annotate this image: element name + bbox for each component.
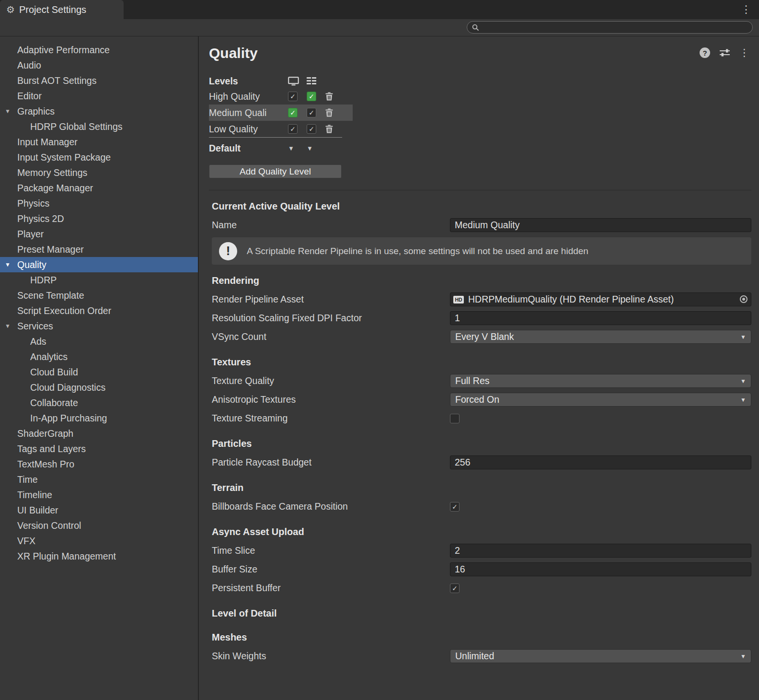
texture-quality-dropdown[interactable]: Full Res▼ bbox=[450, 374, 751, 388]
platform-checkbox[interactable]: ✓ bbox=[307, 124, 316, 134]
sidebar-item-player[interactable]: Player bbox=[0, 226, 198, 242]
sidebar-item-label: HDRP bbox=[30, 275, 57, 285]
platform-checkbox[interactable]: ✓ bbox=[288, 108, 298, 117]
persistent-buffer-label: Persistent Buffer bbox=[212, 583, 450, 594]
anisotropic-textures-label: Anisotropic Textures bbox=[212, 394, 450, 405]
sidebar-item-memory-settings[interactable]: Memory Settings bbox=[0, 165, 198, 180]
sidebar-item-version-control[interactable]: Version Control bbox=[0, 518, 198, 533]
sidebar-item-input-manager[interactable]: Input Manager bbox=[0, 134, 198, 150]
dropdown-value: Unlimited bbox=[455, 651, 494, 662]
sidebar-item-label: Audio bbox=[17, 60, 41, 70]
platform-checkbox[interactable]: ✓ bbox=[307, 108, 316, 117]
sidebar-item-ui-builder[interactable]: UI Builder bbox=[0, 502, 198, 518]
sidebar-item-adaptive-performance[interactable]: Adaptive Performance bbox=[0, 42, 198, 58]
delete-level-button[interactable] bbox=[325, 125, 333, 133]
sidebar-item-vfx[interactable]: VFX bbox=[0, 533, 198, 548]
sidebar-item-ads[interactable]: Ads bbox=[0, 334, 198, 349]
quality-level-name: Low Quality bbox=[209, 124, 288, 135]
add-quality-level-button[interactable]: Add Quality Level bbox=[209, 164, 342, 178]
default-dropdown-caret-icon[interactable]: ▼ bbox=[307, 145, 325, 152]
section-heading-terrain: Terrain bbox=[212, 479, 751, 496]
sidebar-item-graphics[interactable]: ▼Graphics bbox=[0, 104, 198, 119]
levels-header: Levels bbox=[209, 74, 751, 88]
foldout-arrow-icon[interactable]: ▼ bbox=[5, 318, 11, 334]
search-box[interactable] bbox=[467, 21, 753, 34]
foldout-arrow-icon[interactable]: ▼ bbox=[5, 104, 11, 119]
sidebar-item-xr-plugin-management[interactable]: XR Plugin Management bbox=[0, 548, 198, 564]
sidebar-item-package-manager[interactable]: Package Manager bbox=[0, 180, 198, 196]
name-field[interactable]: Medium Quality bbox=[450, 218, 751, 232]
quality-level-row-low-quality[interactable]: Low Quality✓✓ bbox=[209, 121, 353, 137]
persistent-buffer-checkbox[interactable]: ✓ bbox=[450, 583, 460, 593]
sidebar-item-services[interactable]: ▼Services bbox=[0, 318, 198, 334]
sidebar-item-tags-and-layers[interactable]: Tags and Layers bbox=[0, 441, 198, 456]
sidebar-item-shadergraph[interactable]: ShaderGraph bbox=[0, 426, 198, 441]
sidebar-item-in-app-purchasing[interactable]: In-App Purchasing bbox=[0, 410, 198, 426]
sidebar-item-analytics[interactable]: Analytics bbox=[0, 349, 198, 364]
info-box: !A Scriptable Render Pipeline is in use,… bbox=[212, 237, 751, 265]
buffer-size-field[interactable]: 16 bbox=[450, 562, 751, 576]
search-icon bbox=[472, 24, 479, 31]
sidebar-item-hdrp-global-settings[interactable]: HDRP Global Settings bbox=[0, 119, 198, 134]
sidebar-item-cloud-build[interactable]: Cloud Build bbox=[0, 364, 198, 380]
setting-row-texture-quality: Texture QualityFull Res▼ bbox=[212, 372, 751, 390]
sidebar-item-editor[interactable]: Editor bbox=[0, 88, 198, 104]
delete-level-button[interactable] bbox=[325, 108, 333, 117]
anisotropic-textures-dropdown[interactable]: Forced On▼ bbox=[450, 393, 751, 407]
sidebar-item-preset-manager[interactable]: Preset Manager bbox=[0, 242, 198, 257]
texture-streaming-checkbox[interactable] bbox=[450, 414, 460, 423]
sidebar-item-label: VFX bbox=[17, 536, 35, 546]
resolution-scaling-fixed-dpi-factor-field[interactable]: 1 bbox=[450, 311, 751, 325]
sidebar-item-label: HDRP Global Settings bbox=[30, 121, 123, 132]
sidebar-item-cloud-diagnostics[interactable]: Cloud Diagnostics bbox=[0, 380, 198, 395]
quality-level-name: Medium Quali bbox=[209, 107, 288, 118]
time-slice-field[interactable]: 2 bbox=[450, 544, 751, 558]
chevron-down-icon: ▼ bbox=[740, 334, 746, 340]
sidebar-item-label: ShaderGraph bbox=[17, 428, 73, 439]
search-input[interactable] bbox=[483, 23, 748, 32]
render-pipeline-asset-object-field[interactable]: HDHDRPMediumQuality (HD Render Pipeline … bbox=[450, 292, 751, 306]
sidebar-item-physics[interactable]: Physics bbox=[0, 196, 198, 211]
setting-row-skin-weights: Skin WeightsUnlimited▼ bbox=[212, 647, 751, 665]
object-picker-icon[interactable] bbox=[740, 295, 748, 303]
foldout-arrow-icon[interactable]: ▼ bbox=[5, 257, 11, 272]
skin-weights-dropdown[interactable]: Unlimited▼ bbox=[450, 649, 751, 663]
presets-icon[interactable] bbox=[719, 48, 730, 58]
sidebar-item-label: Time bbox=[17, 474, 38, 485]
sidebar-item-audio[interactable]: Audio bbox=[0, 58, 198, 73]
sidebar-item-textmesh-pro[interactable]: TextMesh Pro bbox=[0, 456, 198, 472]
delete-level-button[interactable] bbox=[325, 92, 333, 101]
platform-checkbox[interactable]: ✓ bbox=[288, 124, 298, 134]
sidebar-item-scene-template[interactable]: Scene Template bbox=[0, 288, 198, 303]
quality-level-row-high-quality[interactable]: High Quality✓✓ bbox=[209, 88, 353, 105]
sidebar-item-collaborate[interactable]: Collaborate bbox=[0, 395, 198, 410]
sidebar-item-hdrp[interactable]: HDRP bbox=[0, 272, 198, 288]
sidebar-item-label: Burst AOT Settings bbox=[17, 75, 96, 86]
billboards-face-camera-position-checkbox[interactable]: ✓ bbox=[450, 502, 460, 512]
default-dropdown-caret-icon[interactable]: ▼ bbox=[288, 145, 307, 152]
setting-row-time-slice: Time Slice2 bbox=[212, 541, 751, 560]
sidebar-item-timeline[interactable]: Timeline bbox=[0, 487, 198, 502]
sidebar-item-label: XR Plugin Management bbox=[17, 551, 116, 561]
sidebar-item-label: Graphics bbox=[17, 106, 55, 117]
quality-level-row-medium-quali[interactable]: Medium Quali✓✓ bbox=[209, 105, 353, 121]
sidebar-item-time[interactable]: Time bbox=[0, 472, 198, 487]
window-kebab-icon[interactable]: ⋮ bbox=[741, 3, 751, 16]
sidebar-item-physics-2d[interactable]: Physics 2D bbox=[0, 211, 198, 226]
texture-streaming-label: Texture Streaming bbox=[212, 413, 450, 424]
panel-kebab-icon[interactable]: ⋮ bbox=[739, 47, 749, 58]
vsync-count-dropdown[interactable]: Every V Blank▼ bbox=[450, 330, 751, 344]
platform-checkbox[interactable]: ✓ bbox=[307, 92, 316, 101]
platform-checkbox[interactable]: ✓ bbox=[288, 92, 298, 101]
sidebar-item-label: Input System Package bbox=[17, 152, 111, 163]
sidebar-item-quality[interactable]: ▼Quality bbox=[0, 257, 198, 272]
trash-icon bbox=[325, 92, 333, 101]
skin-weights-label: Skin Weights bbox=[212, 651, 450, 662]
sidebar-item-burst-aot-settings[interactable]: Burst AOT Settings bbox=[0, 73, 198, 88]
particle-raycast-budget-field[interactable]: 256 bbox=[450, 455, 751, 469]
help-icon[interactable]: ? bbox=[700, 47, 710, 58]
sidebar-item-script-execution-order[interactable]: Script Execution Order bbox=[0, 303, 198, 318]
tab-project-settings[interactable]: ⚙ Project Settings bbox=[0, 0, 124, 19]
sidebar-item-input-system-package[interactable]: Input System Package bbox=[0, 150, 198, 165]
setting-row-anisotropic-textures: Anisotropic TexturesForced On▼ bbox=[212, 390, 751, 409]
